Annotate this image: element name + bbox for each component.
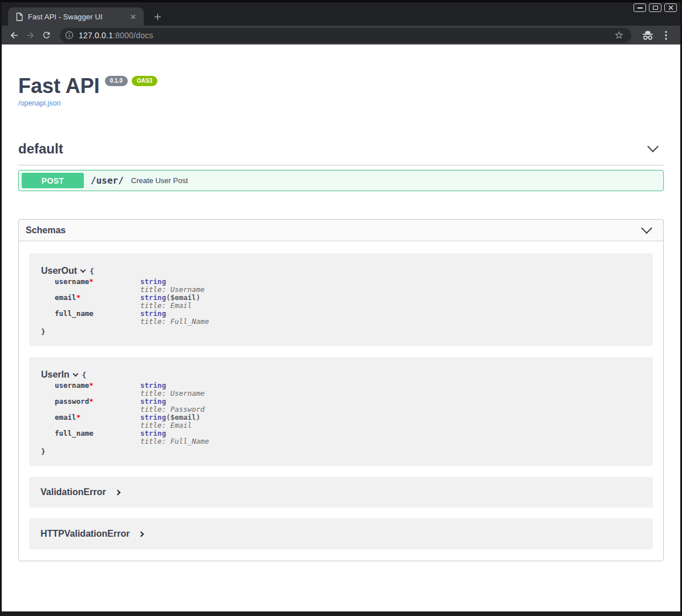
schemas-section: Schemas UserOut { [18, 219, 664, 561]
kebab-menu-icon [665, 31, 667, 40]
close-button[interactable] [664, 3, 677, 12]
required-star: * [89, 381, 94, 390]
property-title: title: Full_Name [140, 437, 209, 445]
chevron-down-icon [80, 267, 86, 273]
property-row: username* string title: Username [55, 278, 642, 294]
brace-close: } [41, 447, 642, 456]
property-type: string [140, 309, 166, 318]
operation-summary: Create User Post [131, 176, 188, 185]
model-title: UserIn [41, 370, 70, 380]
model-title: HTTPValidationError [40, 529, 129, 539]
property-name: email* [55, 414, 140, 429]
titlebar: Fast API - Swagger UI [2, 2, 680, 26]
forward-icon [25, 30, 35, 40]
model-properties: username* string title: Username passwor… [55, 382, 642, 445]
model-title: UserOut [41, 266, 77, 276]
badges: 0.1.0OAS3 [105, 76, 157, 86]
model-title: ValidationError [40, 487, 106, 497]
property-title: title: Username [140, 286, 205, 294]
tag-name: default [18, 141, 63, 157]
property-name: full_name [55, 310, 140, 326]
method-badge: POST [22, 173, 84, 188]
model-properties: username* string title: Username email* … [55, 278, 642, 326]
property-row: full_name string title: Full_Name [55, 429, 642, 445]
model-userout: UserOut { username* string title: Userna… [29, 253, 653, 346]
property-type: string [140, 397, 166, 406]
openapi-spec-link[interactable]: /openapi.json [18, 99, 60, 107]
address-bar[interactable]: 127.0.0.1:8000/docs [60, 28, 631, 43]
back-button[interactable] [6, 27, 22, 43]
forward-button[interactable] [22, 27, 38, 43]
required-star: * [76, 413, 81, 422]
tab-close-button[interactable] [128, 11, 138, 22]
property-type: string [140, 413, 166, 422]
info-icon[interactable] [65, 31, 74, 39]
minimize-icon [638, 7, 643, 9]
property-row: email* string($email) title: Email [55, 294, 642, 310]
new-tab-button[interactable] [150, 9, 165, 24]
required-star: * [76, 293, 81, 302]
page-title: Fast API [18, 74, 100, 98]
schemas-title: Schemas [26, 225, 66, 236]
url-path: :8000/docs [113, 31, 153, 40]
property-name: username* [55, 278, 140, 294]
property-row: full_name string title: Full_Name [55, 310, 642, 326]
property-title: title: Username [140, 390, 205, 398]
property-title: title: Email [140, 302, 200, 310]
api-info: Fast API0.1.0OAS3 /openapi.json [18, 75, 664, 108]
model-httpvalidationerror[interactable]: HTTPValidationError [29, 518, 653, 549]
chevron-right-icon [139, 531, 144, 537]
property-type: string [140, 277, 166, 286]
url-text[interactable]: 127.0.0.1:8000/docs [79, 31, 612, 40]
property-title: title: Password [140, 406, 205, 414]
bookmark-button[interactable] [612, 29, 626, 42]
property-name: full_name [55, 429, 140, 445]
property-name: email* [55, 294, 140, 310]
schemas-header[interactable]: Schemas [19, 220, 663, 241]
incognito-avatar-button[interactable] [639, 27, 656, 43]
incognito-icon [642, 30, 654, 40]
property-type: string [140, 293, 166, 302]
operation-path: /user/ [91, 175, 124, 186]
model-userin-toggle[interactable]: UserIn [41, 370, 78, 380]
property-title: title: Email [140, 422, 200, 429]
required-star: * [89, 397, 94, 406]
back-icon [9, 30, 19, 40]
oas-badge: OAS3 [132, 76, 157, 86]
property-row: password* string title: Password [55, 398, 642, 414]
chevron-down-icon [647, 141, 659, 152]
reload-icon [42, 30, 51, 40]
property-name: username* [55, 382, 140, 398]
property-row: email* string($email) title: Email [55, 414, 642, 429]
version-badge: 0.1.0 [105, 76, 128, 86]
model-userout-toggle[interactable]: UserOut [41, 266, 85, 276]
maximize-button[interactable] [649, 3, 661, 12]
brace-close: } [41, 327, 642, 336]
reload-button[interactable] [38, 27, 54, 43]
property-name: password* [55, 398, 140, 414]
property-type: string [140, 381, 166, 390]
browser-window: Fast API - Swagger UI 127.0.0.1:8000/doc… [0, 0, 682, 616]
minimize-button[interactable] [634, 3, 646, 12]
url-host: 127.0.0.1 [79, 31, 113, 40]
property-format: ($email) [166, 293, 200, 302]
tag-section-default[interactable]: default [18, 141, 664, 165]
window-controls [634, 3, 677, 12]
page-icon [16, 13, 23, 21]
model-userin: UserIn { username* string title: Usernam… [29, 357, 653, 466]
required-star: * [89, 277, 94, 286]
chevron-down-icon [641, 222, 652, 234]
chevron-right-icon [115, 489, 120, 495]
property-title: title: Full_Name [140, 318, 209, 326]
property-format: ($email) [166, 413, 200, 422]
browser-menu-button[interactable] [659, 27, 673, 43]
plus-icon [154, 13, 161, 21]
star-icon [614, 30, 624, 40]
browser-tab[interactable]: Fast API - Swagger UI [8, 7, 144, 26]
schemas-body: UserOut { username* string title: Userna… [19, 241, 663, 561]
swagger-page: Fast API0.1.0OAS3 /openapi.json default … [2, 44, 680, 611]
brace-open: { [90, 267, 94, 275]
model-validationerror[interactable]: ValidationError [29, 477, 653, 508]
operation-post-user[interactable]: POST /user/ Create User Post [18, 170, 664, 191]
close-icon [131, 14, 136, 19]
